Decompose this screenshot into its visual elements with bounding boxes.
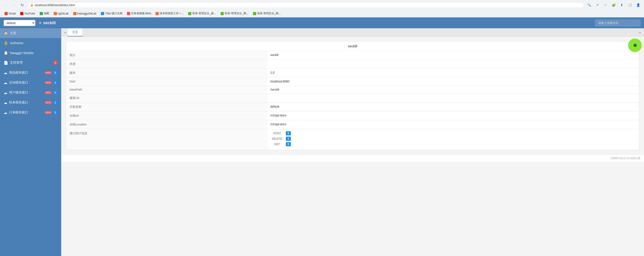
share-button[interactable]: ↗ — [594, 2, 600, 8]
row-label-group-name: 分组名称 — [66, 103, 266, 111]
forward-button[interactable]: › — [11, 2, 17, 8]
tab-next-button[interactable]: » — [638, 29, 642, 36]
back-button[interactable]: ‹ — [3, 2, 9, 8]
row-label-api-stats: 接口统计信息 — [66, 129, 266, 150]
tab-home[interactable]: 主页 — [68, 28, 83, 36]
method-delete-count: 2 — [286, 137, 291, 141]
product-icon: ☁ — [4, 71, 7, 75]
seckill-icon: ☁ — [4, 101, 7, 105]
seckill-new-badge: NEW — [45, 101, 52, 104]
bookmark-login3-label: 登录-管理后台_商... — [257, 11, 281, 15]
table-row: 简介 seckill — [66, 51, 639, 60]
table-row: host localhost:8080 — [66, 77, 639, 86]
row-value-host: localhost:8080 — [266, 77, 639, 86]
extensions-button[interactable]: 🧩 — [610, 2, 617, 8]
swagger-logo: ⊛ — [628, 38, 642, 52]
app-container: default ≡ seckill 🏠 主页 🔒 Authorize 📋 Swa… — [0, 17, 644, 256]
sidebar-product-label: 商品模块接口 — [9, 71, 43, 75]
bookmark-login2[interactable]: 登录-管理后台_商... — [219, 11, 250, 16]
sidebar-item-seckill[interactable]: ☁ 秒杀模块接口 NEW 1 — [0, 98, 61, 108]
table-row: 服务Url — [66, 94, 639, 103]
bookmark-map[interactable]: 地图 — [38, 11, 51, 16]
method-post-label: POST — [270, 131, 284, 135]
map-icon — [40, 12, 43, 15]
bookmark-login1[interactable]: 登录-管理后台_拔... — [186, 11, 218, 16]
bookmark-map-label: 地图 — [44, 11, 49, 15]
sidebar-item-activity[interactable]: ☁ 活动模块接口 NEW 1 — [0, 78, 61, 88]
footer-text: CSDN ©从入门小白到小黑 — [611, 157, 640, 160]
activity-badge-group: NEW 1 — [45, 80, 58, 85]
bookmark-login3[interactable]: 登录-管理后台_商... — [251, 11, 283, 16]
sidebar-user-label: 用户模块接口 — [9, 91, 43, 95]
seckill-count-badge: 1 — [53, 100, 58, 105]
product-new-badge: NEW — [45, 71, 52, 74]
row-value-group-location: /v2/api-docs — [266, 120, 639, 129]
info-card: seckill 简介 seckill 作者 版本 1.0 — [66, 41, 640, 150]
window-button[interactable]: ⬜ — [627, 2, 633, 8]
bookmark-bola-label: bolangguGitLab — [77, 12, 96, 15]
row-value-basepath: /seckill — [266, 86, 639, 94]
profile-button[interactable]: 👤 — [635, 2, 641, 8]
sidebar-item-authorize[interactable]: 🔒 Authorize — [0, 38, 61, 48]
search-input[interactable] — [595, 20, 640, 26]
tab-prev-button[interactable]: « — [63, 29, 68, 36]
bookmark-yapi[interactable]: YApi-接口文档 — [99, 11, 124, 16]
bookmark-gmail[interactable]: Gmail — [3, 11, 18, 16]
table-row: 分组Location /v2/api-docs — [66, 120, 639, 129]
doc-mgmt-badge: 3 — [53, 60, 58, 65]
browser-actions: 🔍 ↗ ☆ 🧩 ⬇ ⬜ 👤 — [586, 2, 641, 8]
row-label-host: host — [66, 77, 266, 86]
bola-icon — [73, 12, 76, 15]
row-value-group-name: default — [266, 103, 639, 111]
method-post-count: 6 — [286, 131, 291, 135]
sidebar-home-label: 主页 — [10, 31, 58, 35]
row-label-jianjie: 简介 — [66, 51, 266, 60]
sidebar-activity-label: 活动模块接口 — [9, 81, 43, 85]
sidebar-doc-mgmt-label: 文档管理 — [10, 61, 51, 65]
sidebar-item-doc-mgmt[interactable]: 📄 文档管理 3 — [0, 58, 61, 68]
table-row: 分组名称 default — [66, 103, 639, 111]
cgitlab-icon — [54, 12, 57, 15]
address-bar[interactable]: 🔒 localhost:8080/seckill/doc.html — [27, 2, 584, 8]
bookmark-cgitlab[interactable]: cgGitLab — [52, 11, 70, 16]
row-label-author: 作者 — [66, 60, 266, 69]
sidebar-item-order[interactable]: ☁ 订单模块接口 NEW 2 — [0, 108, 61, 118]
login1-icon — [188, 12, 191, 15]
order-badge-group: NEW 2 — [45, 110, 58, 115]
browser-chrome: ‹ › ↻ 🔒 localhost:8080/seckill/doc.html … — [0, 0, 644, 17]
user-badge-group: NEW 5 — [45, 90, 58, 95]
dev-icon — [127, 12, 130, 15]
tab-bar: « 主页 » — [61, 28, 644, 37]
download-button[interactable]: ⬇ — [618, 2, 625, 8]
login2-icon — [220, 12, 224, 15]
refresh-button[interactable]: ↻ — [19, 2, 26, 8]
row-value-api-stats: POST 6 DELETE 2 GET 6 — [266, 129, 639, 150]
row-label-basepath: basePath — [66, 86, 266, 94]
bookmarks-bar: Gmail YouTube 地图 cgGitLab bolangguGitLab… — [0, 10, 644, 17]
sidebar-item-swagger-models[interactable]: 📋 Swagger Models — [0, 48, 61, 58]
row-label-service-url: 服务Url — [66, 94, 266, 103]
logo-text: seckill — [43, 21, 56, 25]
yapi-icon — [101, 12, 104, 15]
activity-icon: ☁ — [4, 81, 7, 85]
user-count-badge: 5 — [53, 90, 58, 95]
login3-icon — [253, 12, 256, 15]
seckill-badge-group: NEW 1 — [45, 100, 58, 105]
group-select[interactable]: default — [4, 20, 35, 26]
sidebar-item-user[interactable]: ☁ 用户模块接口 NEW 5 — [0, 88, 61, 98]
search-browser-button[interactable]: 🔍 — [586, 2, 592, 8]
bookmark-tech[interactable]: 技术研发部工作一... — [154, 11, 186, 16]
sidebar-item-home[interactable]: 🏠 主页 — [0, 28, 61, 38]
bookmark-gmail-label: Gmail — [8, 12, 16, 15]
bookmark-youtube[interactable]: YouTube — [18, 11, 37, 16]
bookmark-bola[interactable]: bolangguGitLab — [72, 11, 98, 16]
product-badge-group: NEW 5 — [45, 70, 58, 75]
bookmark-button[interactable]: ☆ — [602, 2, 609, 8]
sidebar-item-product[interactable]: ☁ 商品模块接口 NEW 5 — [0, 68, 61, 78]
table-row: 作者 — [66, 60, 639, 69]
swagger-models-icon: 📋 — [4, 51, 8, 55]
bookmark-dev[interactable]: 开发者搜索-Beta — [125, 11, 153, 16]
order-new-badge: NEW — [45, 111, 52, 114]
sidebar-seckill-label: 秒杀模块接口 — [9, 101, 43, 105]
info-card-title: seckill — [66, 41, 639, 51]
